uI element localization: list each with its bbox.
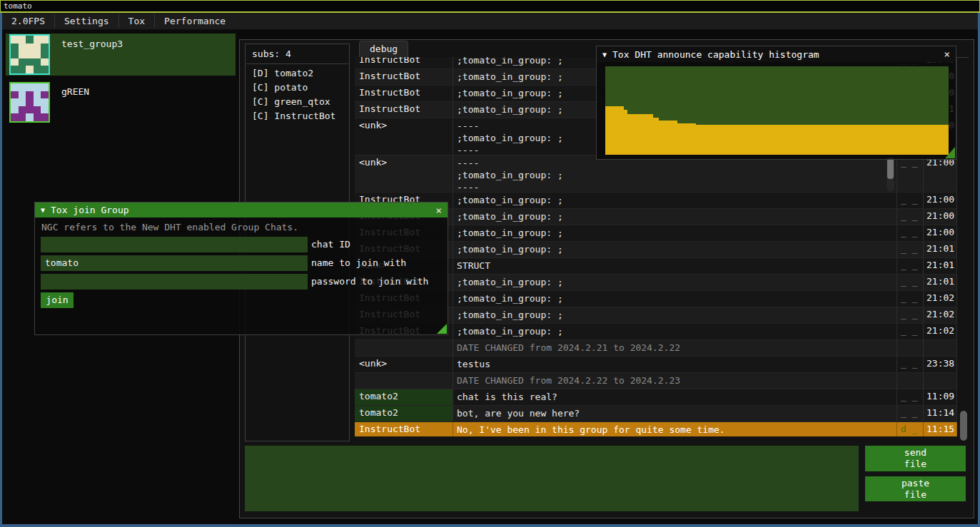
avatar-pixel [26, 91, 34, 99]
avatar-pixel [11, 106, 19, 114]
histogram-bar-segment [605, 106, 624, 155]
message-text: ;tomato_in_group: ; [453, 324, 897, 339]
join-name-input[interactable]: tomato [41, 255, 308, 271]
message-time: 11:15 [924, 422, 957, 436]
avatar-pixel [19, 113, 26, 121]
message-status: _ _ [897, 242, 924, 257]
message-status: _ _ [897, 258, 924, 274]
message-text: ;tomato_in_group: ; [453, 291, 897, 307]
avatar-pixel [11, 44, 19, 51]
join-button[interactable]: join [41, 292, 74, 308]
message-status [897, 373, 924, 389]
message-status: _ _ [897, 307, 924, 323]
sender-name: InstructBot [355, 422, 453, 436]
message-time: 21:02 [924, 324, 957, 339]
message-cell-scrollbar[interactable] [886, 157, 894, 191]
message-time [924, 373, 957, 389]
message-input[interactable] [245, 446, 859, 511]
join-group-title: Tox join Group [51, 205, 129, 215]
avatar-pixel [34, 51, 41, 58]
avatar-pixel [34, 98, 41, 106]
date-changed-row: DATE CHANGED from 2024.2.22 to 2024.2.23 [355, 372, 957, 389]
message-text: ;tomato_in_group: ; [453, 242, 897, 257]
message-row[interactable]: <unk>---- ;tomato_in_group: ; ----_ _21:… [355, 155, 957, 192]
send-file-button[interactable]: send file [865, 446, 966, 471]
dht-histogram-window: ▼ Tox DHT announce capability histogram … [596, 46, 956, 160]
avatar-pixel [26, 113, 34, 121]
avatar-pixel [34, 58, 41, 66]
message-text: ;tomato_in_group: ; [453, 209, 897, 225]
message-time: 21:00 [924, 193, 957, 208]
message-row[interactable]: <unk>testus_ _23:38 [355, 356, 957, 372]
message-text: DATE CHANGED from 2024.2.22 to 2024.2.23 [453, 373, 897, 389]
message-row[interactable]: InstructBotNo, I've been in this group f… [355, 421, 957, 436]
avatar-pixel [34, 113, 41, 121]
avatar-pixel [34, 91, 41, 99]
message-time: 23:38 [924, 357, 957, 372]
avatar-pixel [11, 51, 19, 58]
message-row[interactable]: tomato2chat is this real?_ _11:09 [355, 389, 957, 405]
sender-name: tomato2 [355, 406, 453, 421]
avatar-pixel [19, 44, 26, 51]
message-time: 11:14 [924, 406, 957, 421]
message-status: _ _ [897, 389, 924, 405]
message-time: 21:00 [924, 225, 957, 241]
resize-grip[interactable] [945, 147, 955, 158]
separator [246, 63, 348, 64]
window-edge-left [0, 13, 2, 527]
message-cell-scrollbar-thumb[interactable] [887, 158, 894, 179]
sender-name: tomato2 [355, 389, 453, 405]
dht-histogram-titlebar[interactable]: ▼ Tox DHT announce capability histogram … [597, 46, 956, 62]
subs-count-label: subs: 4 [252, 48, 349, 59]
sender-name: InstructBot [355, 69, 453, 85]
sender-name: InstructBot [355, 102, 453, 118]
join-password-input[interactable] [41, 274, 308, 290]
member-list-item[interactable]: [C] green_qtox [252, 96, 349, 108]
sidebar-item-gREEN[interactable]: gREEN [6, 81, 236, 123]
message-row[interactable]: tomato2bot, are you new here?_ _11:14 [355, 405, 957, 421]
message-text: STRUCT [453, 258, 897, 274]
resize-grip[interactable] [437, 324, 447, 334]
chat-id-input[interactable] [41, 237, 308, 252]
avatar-pixel [41, 91, 49, 99]
avatar-pixel [19, 51, 26, 58]
message-time: 21:02 [924, 291, 957, 307]
member-list-item[interactable]: [C] potato [252, 81, 349, 93]
dht-capability-histogram [605, 66, 949, 155]
member-list-item[interactable]: [D] tomato2 [252, 67, 349, 79]
fps-indicator: 2.0FPS [2, 13, 54, 29]
avatar-pixel [11, 113, 19, 121]
message-text: ;tomato_in_group: ; [453, 193, 897, 208]
collapse-arrow-icon[interactable]: ▼ [602, 51, 607, 58]
close-icon[interactable]: × [944, 48, 950, 60]
histogram-bar-segment [677, 123, 696, 155]
avatar-pixel [19, 91, 26, 99]
message-time: 21:00 [924, 209, 957, 225]
avatar-pixel [19, 83, 26, 91]
os-titlebar: tomato [0, 0, 980, 13]
paste-file-button[interactable]: paste file [865, 476, 966, 501]
histogram-bar-segment [696, 125, 949, 155]
collapse-arrow-icon[interactable]: ▼ [41, 206, 45, 214]
avatar-pixel [19, 106, 26, 114]
avatar-pixel [41, 113, 49, 121]
avatar-pixel [26, 58, 34, 66]
sidebar-item-test_group3[interactable]: test_group3 [6, 34, 236, 76]
menu-item-tox[interactable]: Tox [119, 13, 154, 29]
join-group-titlebar[interactable]: ▼ Tox join Group × [35, 203, 448, 218]
avatar-pixel [41, 58, 49, 66]
menu-item-settings[interactable]: Settings [55, 13, 118, 29]
chat-scrollbar-thumb[interactable] [960, 411, 967, 441]
message-status: _ _ [897, 225, 924, 241]
message-time: 21:00 [924, 155, 957, 192]
sender-name: <unk> [355, 118, 453, 155]
tab-debug[interactable]: debug [359, 41, 408, 57]
menu-item-performance[interactable]: Performance [155, 13, 235, 29]
message-status: d _ [897, 422, 924, 436]
member-list-item[interactable]: [C] InstructBot [252, 110, 349, 122]
avatar-pixel [26, 44, 34, 51]
close-icon[interactable]: × [436, 205, 442, 216]
message-text: bot, are you new here? [453, 406, 897, 421]
join-field-label: password to join with [311, 274, 428, 290]
avatar-pixel [11, 66, 19, 73]
